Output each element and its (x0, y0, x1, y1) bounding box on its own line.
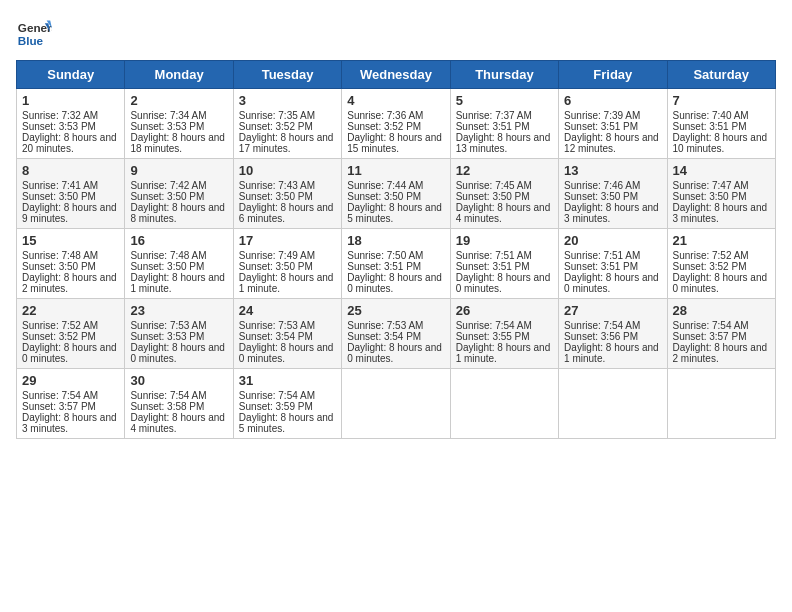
day-number: 30 (130, 373, 227, 388)
sunrise-text: Sunrise: 7:39 AM (564, 110, 640, 121)
calendar-cell: 4Sunrise: 7:36 AMSunset: 3:52 PMDaylight… (342, 89, 450, 159)
calendar-cell (342, 369, 450, 439)
calendar-cell: 2Sunrise: 7:34 AMSunset: 3:53 PMDaylight… (125, 89, 233, 159)
calendar-cell: 28Sunrise: 7:54 AMSunset: 3:57 PMDayligh… (667, 299, 775, 369)
daylight-label: Daylight: 8 hours and 9 minutes. (22, 202, 117, 224)
sunrise-text: Sunrise: 7:51 AM (456, 250, 532, 261)
day-number: 1 (22, 93, 119, 108)
daylight-label: Daylight: 8 hours and 13 minutes. (456, 132, 551, 154)
daylight-label: Daylight: 8 hours and 4 minutes. (456, 202, 551, 224)
sunrise-text: Sunrise: 7:44 AM (347, 180, 423, 191)
day-number: 28 (673, 303, 770, 318)
day-number: 15 (22, 233, 119, 248)
daylight-label: Daylight: 8 hours and 0 minutes. (564, 272, 659, 294)
day-number: 18 (347, 233, 444, 248)
day-number: 4 (347, 93, 444, 108)
day-number: 7 (673, 93, 770, 108)
sunset-text: Sunset: 3:51 PM (564, 261, 638, 272)
calendar-cell: 12Sunrise: 7:45 AMSunset: 3:50 PMDayligh… (450, 159, 558, 229)
sunset-text: Sunset: 3:54 PM (347, 331, 421, 342)
daylight-label: Daylight: 8 hours and 3 minutes. (673, 202, 768, 224)
sunrise-text: Sunrise: 7:53 AM (239, 320, 315, 331)
day-number: 5 (456, 93, 553, 108)
sunrise-text: Sunrise: 7:53 AM (347, 320, 423, 331)
sunset-text: Sunset: 3:51 PM (673, 121, 747, 132)
sunrise-text: Sunrise: 7:54 AM (564, 320, 640, 331)
sunrise-text: Sunrise: 7:52 AM (673, 250, 749, 261)
calendar-cell: 15Sunrise: 7:48 AMSunset: 3:50 PMDayligh… (17, 229, 125, 299)
calendar-cell: 21Sunrise: 7:52 AMSunset: 3:52 PMDayligh… (667, 229, 775, 299)
day-number: 20 (564, 233, 661, 248)
calendar-cell: 8Sunrise: 7:41 AMSunset: 3:50 PMDaylight… (17, 159, 125, 229)
day-number: 3 (239, 93, 336, 108)
sunset-text: Sunset: 3:50 PM (456, 191, 530, 202)
sunset-text: Sunset: 3:54 PM (239, 331, 313, 342)
sunset-text: Sunset: 3:50 PM (673, 191, 747, 202)
calendar-cell: 1Sunrise: 7:32 AMSunset: 3:53 PMDaylight… (17, 89, 125, 159)
daylight-label: Daylight: 8 hours and 6 minutes. (239, 202, 334, 224)
daylight-label: Daylight: 8 hours and 0 minutes. (347, 272, 442, 294)
sunrise-text: Sunrise: 7:41 AM (22, 180, 98, 191)
sunrise-text: Sunrise: 7:48 AM (22, 250, 98, 261)
day-number: 22 (22, 303, 119, 318)
sunset-text: Sunset: 3:59 PM (239, 401, 313, 412)
calendar-cell: 31Sunrise: 7:54 AMSunset: 3:59 PMDayligh… (233, 369, 341, 439)
daylight-label: Daylight: 8 hours and 8 minutes. (130, 202, 225, 224)
day-number: 14 (673, 163, 770, 178)
sunset-text: Sunset: 3:53 PM (130, 121, 204, 132)
daylight-label: Daylight: 8 hours and 5 minutes. (347, 202, 442, 224)
sunset-text: Sunset: 3:50 PM (130, 261, 204, 272)
sunset-text: Sunset: 3:51 PM (347, 261, 421, 272)
daylight-label: Daylight: 8 hours and 0 minutes. (22, 342, 117, 364)
calendar-cell: 16Sunrise: 7:48 AMSunset: 3:50 PMDayligh… (125, 229, 233, 299)
sunset-text: Sunset: 3:58 PM (130, 401, 204, 412)
day-number: 29 (22, 373, 119, 388)
calendar-cell: 7Sunrise: 7:40 AMSunset: 3:51 PMDaylight… (667, 89, 775, 159)
daylight-label: Daylight: 8 hours and 2 minutes. (22, 272, 117, 294)
daylight-label: Daylight: 8 hours and 1 minute. (130, 272, 225, 294)
calendar-cell: 22Sunrise: 7:52 AMSunset: 3:52 PMDayligh… (17, 299, 125, 369)
day-number: 19 (456, 233, 553, 248)
calendar-cell: 20Sunrise: 7:51 AMSunset: 3:51 PMDayligh… (559, 229, 667, 299)
sunset-text: Sunset: 3:53 PM (130, 331, 204, 342)
sunset-text: Sunset: 3:57 PM (22, 401, 96, 412)
sunrise-text: Sunrise: 7:40 AM (673, 110, 749, 121)
svg-text:General: General (18, 21, 52, 34)
sunset-text: Sunset: 3:50 PM (22, 191, 96, 202)
sunrise-text: Sunrise: 7:34 AM (130, 110, 206, 121)
sunrise-text: Sunrise: 7:50 AM (347, 250, 423, 261)
svg-text:Blue: Blue (18, 34, 44, 47)
day-number: 17 (239, 233, 336, 248)
calendar-cell: 10Sunrise: 7:43 AMSunset: 3:50 PMDayligh… (233, 159, 341, 229)
calendar-cell: 14Sunrise: 7:47 AMSunset: 3:50 PMDayligh… (667, 159, 775, 229)
day-number: 13 (564, 163, 661, 178)
daylight-label: Daylight: 8 hours and 1 minute. (239, 272, 334, 294)
day-number: 9 (130, 163, 227, 178)
daylight-label: Daylight: 8 hours and 12 minutes. (564, 132, 659, 154)
week-row-2: 8Sunrise: 7:41 AMSunset: 3:50 PMDaylight… (17, 159, 776, 229)
sunset-text: Sunset: 3:50 PM (347, 191, 421, 202)
calendar-cell: 29Sunrise: 7:54 AMSunset: 3:57 PMDayligh… (17, 369, 125, 439)
sunrise-text: Sunrise: 7:53 AM (130, 320, 206, 331)
calendar-cell (667, 369, 775, 439)
daylight-label: Daylight: 8 hours and 5 minutes. (239, 412, 334, 434)
daylight-label: Daylight: 8 hours and 2 minutes. (673, 342, 768, 364)
day-number: 25 (347, 303, 444, 318)
sunrise-text: Sunrise: 7:32 AM (22, 110, 98, 121)
week-row-3: 15Sunrise: 7:48 AMSunset: 3:50 PMDayligh… (17, 229, 776, 299)
calendar-cell: 17Sunrise: 7:49 AMSunset: 3:50 PMDayligh… (233, 229, 341, 299)
sunrise-text: Sunrise: 7:54 AM (239, 390, 315, 401)
day-number: 24 (239, 303, 336, 318)
weekday-header-friday: Friday (559, 61, 667, 89)
daylight-label: Daylight: 8 hours and 18 minutes. (130, 132, 225, 154)
sunset-text: Sunset: 3:51 PM (456, 261, 530, 272)
week-row-1: 1Sunrise: 7:32 AMSunset: 3:53 PMDaylight… (17, 89, 776, 159)
day-number: 21 (673, 233, 770, 248)
sunrise-text: Sunrise: 7:54 AM (130, 390, 206, 401)
daylight-label: Daylight: 8 hours and 17 minutes. (239, 132, 334, 154)
sunrise-text: Sunrise: 7:45 AM (456, 180, 532, 191)
calendar-cell: 24Sunrise: 7:53 AMSunset: 3:54 PMDayligh… (233, 299, 341, 369)
sunrise-text: Sunrise: 7:42 AM (130, 180, 206, 191)
day-number: 6 (564, 93, 661, 108)
sunset-text: Sunset: 3:56 PM (564, 331, 638, 342)
